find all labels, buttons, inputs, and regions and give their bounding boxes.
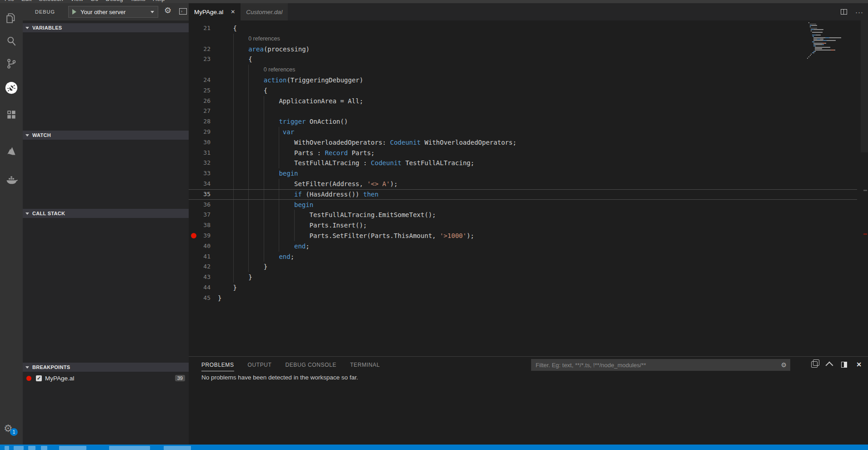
maximize-panel-icon[interactable] [826, 362, 833, 369]
filter-icon[interactable]: ⚙ [781, 361, 787, 369]
glyph-margin[interactable] [189, 189, 199, 200]
glyph-margin[interactable] [189, 168, 199, 179]
code-line[interactable]: 36begin [189, 200, 868, 210]
debug-config-dropdown[interactable]: Your other server [68, 6, 158, 18]
more-actions-icon[interactable]: ··· [855, 8, 863, 16]
glyph-margin[interactable] [189, 75, 199, 86]
extensions-icon[interactable] [2, 106, 20, 124]
code-line[interactable]: 41end; [189, 252, 868, 262]
code-line[interactable]: 43} [189, 272, 868, 283]
start-debug-icon[interactable] [72, 9, 76, 15]
glyph-margin[interactable] [189, 220, 199, 231]
menu-item[interactable]: Tasks [130, 0, 145, 2]
code-line[interactable]: 22area(processing) [189, 44, 868, 55]
glyph-margin[interactable] [189, 231, 199, 241]
source-control-icon[interactable] [2, 55, 20, 73]
azure-icon[interactable] [2, 142, 20, 161]
glyph-margin[interactable] [189, 86, 199, 96]
breakpoint-dot-icon[interactable] [191, 233, 196, 238]
section-header-breakpoints[interactable]: BREAKPOINTS [23, 363, 189, 372]
settings-gear-icon[interactable]: ⚙ 1 [4, 422, 20, 438]
panel-tab[interactable]: TERMINAL [350, 358, 380, 371]
menu-item[interactable]: File [5, 0, 14, 2]
code-line[interactable]: 40end; [189, 241, 868, 252]
split-editor-icon[interactable] [841, 9, 847, 15]
panel-layout-icon[interactable] [841, 362, 847, 368]
glyph-margin[interactable] [189, 158, 199, 168]
glyph-margin[interactable] [189, 106, 199, 116]
menu-item[interactable]: Selection [39, 0, 63, 2]
docker-icon[interactable] [2, 171, 20, 189]
glyph-margin[interactable] [189, 241, 199, 252]
panel-tab[interactable]: DEBUG CONSOLE [285, 358, 336, 371]
code-editor[interactable]: 21{0 references22area(processing)23{0 re… [189, 20, 868, 356]
code-line[interactable]: 24action(TriggeringDebugger) [189, 75, 868, 86]
code-line[interactable]: 29var [189, 127, 868, 137]
glyph-margin[interactable] [189, 200, 199, 210]
close-tab-icon[interactable]: ✕ [231, 9, 235, 15]
glyph-margin[interactable] [189, 252, 199, 262]
editor-tab[interactable]: Customer.dal [241, 3, 288, 20]
glyph-margin[interactable] [189, 96, 199, 106]
search-icon[interactable] [2, 32, 20, 50]
code-line[interactable]: 44} [189, 283, 868, 293]
explorer-icon[interactable] [2, 9, 20, 27]
editor-tab[interactable]: MyPAge.al✕ [189, 3, 241, 20]
section-header-watch[interactable]: WATCH [23, 131, 189, 140]
glyph-margin[interactable] [189, 54, 199, 65]
code-line[interactable]: 23{ [189, 54, 868, 65]
code-line[interactable]: 45} [189, 293, 868, 303]
status-bar[interactable] [0, 445, 868, 450]
glyph-margin[interactable] [189, 210, 199, 220]
glyph-margin[interactable] [189, 44, 199, 55]
minimap[interactable] [807, 22, 843, 59]
glyph-margin[interactable] [189, 262, 199, 272]
breakpoint-checkbox[interactable]: ✓ [36, 375, 42, 381]
menu-item[interactable]: View [70, 0, 83, 2]
glyph-margin[interactable] [189, 137, 199, 148]
glyph-margin[interactable] [189, 127, 199, 137]
menu-item[interactable]: Edit [21, 0, 31, 2]
codelens-line[interactable]: 0 references [189, 34, 868, 44]
codelens-references[interactable]: 0 references [248, 34, 280, 44]
glyph-margin[interactable] [189, 116, 199, 127]
glyph-margin[interactable] [189, 65, 199, 75]
glyph-margin[interactable] [189, 283, 199, 293]
code-line[interactable]: 21{ [189, 23, 868, 34]
section-header-callstack[interactable]: CALL STACK [23, 209, 189, 218]
code-line[interactable]: 31Parts : Record Parts; [189, 148, 868, 158]
menu-item[interactable]: Go [90, 0, 98, 2]
glyph-margin[interactable] [189, 23, 199, 34]
code-line[interactable]: 37TestFullALTracing.EmitSomeText(); [189, 210, 868, 220]
code-line[interactable]: 28trigger OnAction() [189, 116, 868, 127]
close-panel-icon[interactable]: ✕ [856, 361, 862, 368]
code-line[interactable]: 27 [189, 106, 868, 116]
glyph-margin[interactable] [189, 293, 199, 303]
code-line[interactable]: 42} [189, 262, 868, 272]
breakpoint-list-item[interactable]: ✓ MyPAge.al 39 [23, 373, 189, 383]
panel-tab[interactable]: OUTPUT [248, 358, 272, 371]
debug-icon[interactable] [2, 79, 20, 97]
code-line[interactable]: 32TestFullALTracing : Codeunit TestFullA… [189, 158, 868, 168]
glyph-margin[interactable] [189, 34, 199, 44]
filter-input[interactable] [535, 361, 778, 369]
section-header-variables[interactable]: VARIABLES [23, 23, 189, 32]
configure-debug-icon[interactable]: ⚙ [164, 5, 171, 15]
code-line[interactable]: 38Parts.Insert(); [189, 220, 868, 231]
code-line[interactable]: 39Parts.SetFilter(Parts.ThisAmount, '>10… [189, 231, 868, 241]
open-panels-icon[interactable] [811, 361, 818, 368]
menu-items[interactable]: FileEditSelectionViewGoDebugTasksHelp [5, 0, 868, 2]
scrollbar[interactable] [861, 20, 868, 152]
glyph-margin[interactable] [189, 272, 199, 283]
glyph-margin[interactable] [189, 179, 199, 189]
glyph-margin[interactable] [189, 148, 199, 158]
debug-console-icon[interactable]: › [179, 8, 187, 15]
code-line[interactable]: 34SetFilter(Address, '<> A'); [189, 179, 868, 189]
code-line[interactable]: 35if (HasAddress()) then [189, 189, 868, 200]
menu-item[interactable]: Help [153, 0, 165, 2]
code-line[interactable]: 30WithOverloadedOperators: Codeunit With… [189, 137, 868, 148]
code-line[interactable]: 33begin [189, 168, 868, 179]
menu-item[interactable]: Debug [105, 0, 123, 2]
panel-tab[interactable]: PROBLEMS [201, 358, 234, 371]
code-line[interactable]: 25{ [189, 86, 868, 96]
